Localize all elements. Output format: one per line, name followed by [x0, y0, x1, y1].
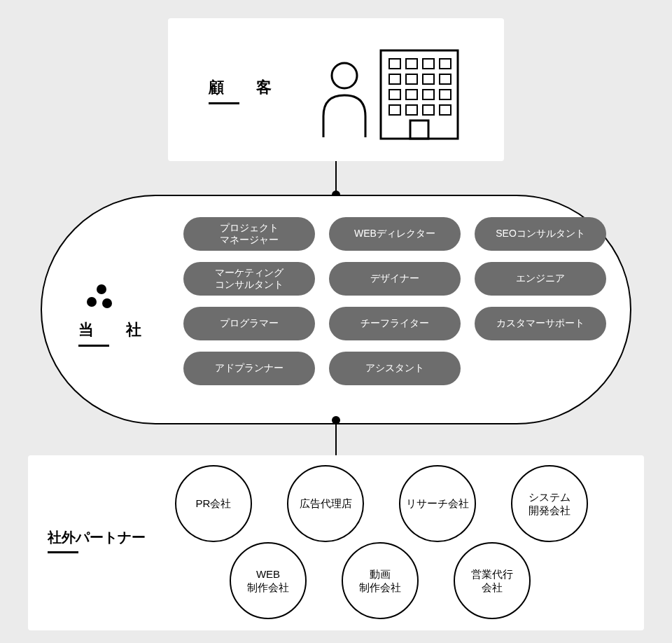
svg-rect-9 — [440, 74, 451, 84]
company-title-wrap: 当 社 — [78, 284, 150, 347]
partner-circle: 営業代行 会社 — [454, 542, 531, 619]
role-pill: デザイナー — [329, 262, 461, 296]
partner-circle: リサーチ会社 — [399, 465, 476, 542]
svg-rect-16 — [423, 105, 434, 115]
company-roles: プロジェクト マネージャー WEBディレクター SEOコンサルタント マーケティ… — [183, 217, 617, 385]
role-pill: アシスタント — [329, 352, 461, 385]
svg-rect-12 — [423, 90, 434, 99]
svg-rect-11 — [406, 90, 417, 99]
svg-rect-13 — [440, 90, 451, 99]
role-pill: プログラマー — [183, 307, 315, 340]
building-icon — [381, 50, 458, 139]
company-dots-icon — [85, 284, 113, 312]
role-pill: WEBディレクター — [329, 217, 461, 251]
svg-rect-14 — [389, 105, 400, 115]
svg-rect-4 — [423, 59, 434, 69]
partner-circle: システム 開発会社 — [511, 465, 588, 542]
svg-rect-7 — [406, 74, 417, 84]
partner-circle: 広告代理店 — [287, 465, 364, 542]
role-pill: マーケティング コンサルタント — [183, 262, 315, 296]
role-pill: SEOコンサルタント — [475, 217, 606, 251]
svg-rect-6 — [389, 74, 400, 84]
svg-rect-8 — [423, 74, 434, 84]
customer-title: 顧 客 — [209, 77, 280, 104]
role-pill: チーフライター — [329, 307, 461, 340]
svg-point-0 — [332, 63, 357, 88]
svg-rect-18 — [410, 120, 428, 139]
svg-rect-15 — [406, 105, 417, 115]
customer-icons — [311, 46, 465, 147]
svg-rect-3 — [406, 59, 417, 69]
company-section: 当 社 プロジェクト マネージャー WEBディレクター SEOコンサルタント マ… — [41, 195, 631, 424]
role-pill: エンジニア — [475, 262, 606, 296]
role-pill: プロジェクト マネージャー — [183, 217, 315, 251]
partner-circle: PR会社 — [175, 465, 252, 542]
connector-company-partners — [335, 419, 337, 457]
company-title: 当 社 — [78, 319, 150, 347]
role-pill: カスタマーサポート — [475, 307, 606, 340]
partners-title: 社外パートナー — [48, 528, 146, 553]
svg-rect-1 — [381, 50, 458, 139]
partner-circle: 動画 制作会社 — [342, 542, 419, 619]
svg-rect-17 — [440, 105, 451, 115]
svg-rect-5 — [440, 59, 451, 69]
svg-rect-10 — [389, 90, 400, 99]
person-icon — [323, 63, 365, 137]
role-pill: アドプランナー — [183, 352, 315, 385]
partners-section: 社外パートナー PR会社 広告代理店 リサーチ会社 システム 開発会社 WEB … — [28, 455, 644, 630]
partner-circle: WEB 制作会社 — [230, 542, 307, 619]
customer-section: 顧 客 — [168, 18, 504, 161]
svg-rect-2 — [389, 59, 400, 69]
